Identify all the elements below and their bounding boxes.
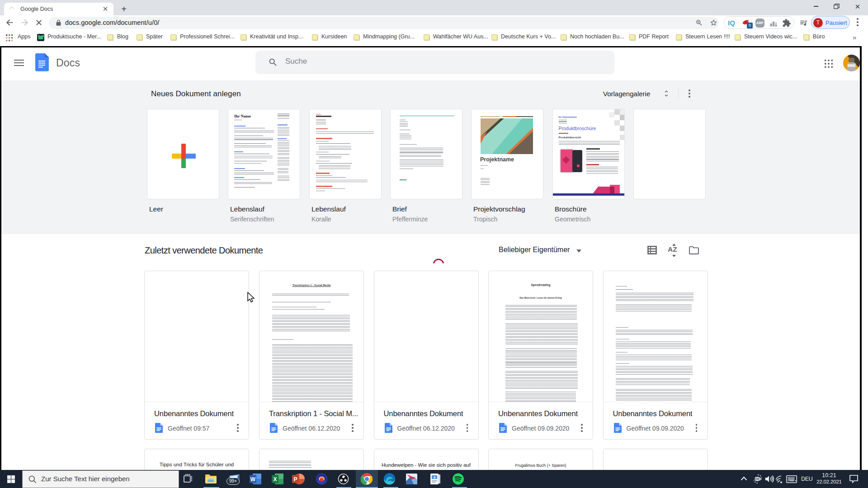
svg-text:A: A [433, 476, 435, 479]
svg-text:W: W [250, 476, 256, 483]
svg-text:X: X [273, 476, 277, 483]
svg-text:P: P [293, 476, 297, 483]
